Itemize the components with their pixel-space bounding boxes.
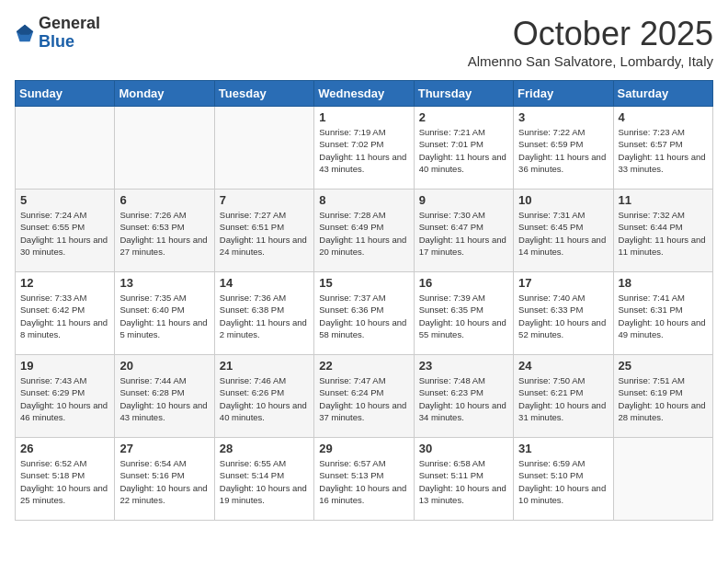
day-header-friday: Friday [514,81,613,107]
day-number: 7 [220,193,309,207]
svg-marker-1 [17,25,33,35]
day-number: 21 [220,359,309,373]
day-number: 25 [619,359,708,373]
day-info: Sunrise: 7:46 AMSunset: 6:26 PMDaylight:… [220,374,309,423]
calendar-cell [613,438,712,521]
day-info: Sunrise: 7:44 AMSunset: 6:28 PMDaylight:… [119,374,209,423]
calendar-cell: 17Sunrise: 7:40 AMSunset: 6:33 PMDayligh… [514,272,613,355]
day-header-tuesday: Tuesday [214,81,313,107]
day-info: Sunrise: 7:48 AMSunset: 6:23 PMDaylight:… [419,374,508,423]
day-header-thursday: Thursday [414,81,513,107]
calendar-week-row: 12Sunrise: 7:33 AMSunset: 6:42 PMDayligh… [16,272,713,355]
day-number: 13 [119,276,209,290]
day-info: Sunrise: 7:22 AMSunset: 6:59 PMDaylight:… [518,126,608,175]
day-number: 22 [319,359,408,373]
day-number: 8 [319,193,408,207]
calendar-cell: 2Sunrise: 7:21 AMSunset: 7:01 PMDaylight… [414,107,513,190]
day-info: Sunrise: 6:58 AMSunset: 5:11 PMDaylight:… [419,457,508,506]
day-info: Sunrise: 6:55 AMSunset: 5:14 PMDaylight:… [220,457,309,506]
day-header-saturday: Saturday [613,81,712,107]
calendar-cell: 6Sunrise: 7:26 AMSunset: 6:53 PMDaylight… [115,190,214,272]
calendar-cell: 21Sunrise: 7:46 AMSunset: 6:26 PMDayligh… [214,355,313,438]
day-number: 30 [419,442,508,455]
day-info: Sunrise: 7:39 AMSunset: 6:35 PMDaylight:… [419,292,508,340]
calendar-cell: 18Sunrise: 7:41 AMSunset: 6:31 PMDayligh… [613,272,712,355]
calendar-cell: 5Sunrise: 7:24 AMSunset: 6:55 PMDaylight… [16,190,115,272]
location-subtitle: Almenno San Salvatore, Lombardy, Italy [468,53,713,69]
month-title: October 2025 [468,15,713,53]
day-info: Sunrise: 7:37 AMSunset: 6:36 PMDaylight:… [319,292,408,340]
day-info: Sunrise: 7:19 AMSunset: 7:02 PMDaylight:… [319,126,408,175]
day-info: Sunrise: 7:27 AMSunset: 6:51 PMDaylight:… [220,209,309,258]
calendar-cell [214,107,313,190]
calendar-cell: 13Sunrise: 7:35 AMSunset: 6:40 PMDayligh… [115,272,214,355]
calendar-cell: 4Sunrise: 7:23 AMSunset: 6:57 PMDaylight… [613,107,712,190]
day-header-monday: Monday [115,81,214,107]
day-number: 14 [220,276,309,290]
calendar-cell: 31Sunrise: 6:59 AMSunset: 5:10 PMDayligh… [514,438,613,521]
calendar-cell: 19Sunrise: 7:43 AMSunset: 6:29 PMDayligh… [16,355,115,438]
day-info: Sunrise: 6:52 AMSunset: 5:18 PMDaylight:… [20,457,109,506]
day-number: 27 [119,442,209,455]
day-number: 20 [119,359,209,373]
day-number: 2 [419,110,508,124]
day-info: Sunrise: 7:21 AMSunset: 7:01 PMDaylight:… [419,126,508,175]
calendar-cell: 30Sunrise: 6:58 AMSunset: 5:11 PMDayligh… [414,438,513,521]
calendar-cell: 9Sunrise: 7:30 AMSunset: 6:47 PMDaylight… [414,190,513,272]
day-info: Sunrise: 7:26 AMSunset: 6:53 PMDaylight:… [119,209,209,258]
logo-blue: Blue [39,33,100,52]
day-info: Sunrise: 6:54 AMSunset: 5:16 PMDaylight:… [119,457,209,506]
calendar-cell: 27Sunrise: 6:54 AMSunset: 5:16 PMDayligh… [115,438,214,521]
logo: General Blue [15,15,100,52]
day-info: Sunrise: 7:33 AMSunset: 6:42 PMDaylight:… [20,292,109,340]
calendar-week-row: 1Sunrise: 7:19 AMSunset: 7:02 PMDaylight… [16,107,713,190]
calendar-cell: 16Sunrise: 7:39 AMSunset: 6:35 PMDayligh… [414,272,513,355]
day-info: Sunrise: 7:32 AMSunset: 6:44 PMDaylight:… [619,209,708,258]
day-info: Sunrise: 7:47 AMSunset: 6:24 PMDaylight:… [319,374,408,423]
calendar-cell: 1Sunrise: 7:19 AMSunset: 7:02 PMDaylight… [314,107,414,190]
day-header-sunday: Sunday [16,81,115,107]
day-info: Sunrise: 7:51 AMSunset: 6:19 PMDaylight:… [619,374,708,423]
calendar-cell: 7Sunrise: 7:27 AMSunset: 6:51 PMDaylight… [214,190,313,272]
day-number: 23 [419,359,508,373]
calendar-week-row: 19Sunrise: 7:43 AMSunset: 6:29 PMDayligh… [16,355,713,438]
day-number: 16 [419,276,508,290]
day-number: 3 [518,110,608,124]
calendar-week-row: 5Sunrise: 7:24 AMSunset: 6:55 PMDaylight… [16,190,713,272]
day-info: Sunrise: 7:28 AMSunset: 6:49 PMDaylight:… [319,209,408,258]
day-info: Sunrise: 7:43 AMSunset: 6:29 PMDaylight:… [20,374,109,423]
day-number: 15 [319,276,408,290]
day-info: Sunrise: 7:40 AMSunset: 6:33 PMDaylight:… [518,292,608,340]
day-number: 29 [319,442,408,455]
day-number: 24 [518,359,608,373]
calendar-cell [115,107,214,190]
day-info: Sunrise: 7:50 AMSunset: 6:21 PMDaylight:… [518,374,608,423]
calendar-cell: 28Sunrise: 6:55 AMSunset: 5:14 PMDayligh… [214,438,313,521]
day-info: Sunrise: 7:23 AMSunset: 6:57 PMDaylight:… [619,126,708,175]
day-number: 1 [319,110,408,124]
day-header-wednesday: Wednesday [314,81,414,107]
title-section: October 2025 Almenno San Salvatore, Lomb… [468,15,713,69]
day-info: Sunrise: 7:31 AMSunset: 6:45 PMDaylight:… [518,209,608,258]
day-info: Sunrise: 7:41 AMSunset: 6:31 PMDaylight:… [619,292,708,340]
day-info: Sunrise: 7:30 AMSunset: 6:47 PMDaylight:… [419,209,508,258]
page-header: General Blue October 2025 Almenno San Sa… [15,15,713,69]
day-number: 5 [20,193,109,207]
calendar-cell: 24Sunrise: 7:50 AMSunset: 6:21 PMDayligh… [514,355,613,438]
calendar-cell: 26Sunrise: 6:52 AMSunset: 5:18 PMDayligh… [16,438,115,521]
day-info: Sunrise: 7:36 AMSunset: 6:38 PMDaylight:… [220,292,309,340]
day-number: 17 [518,276,608,290]
calendar-cell: 14Sunrise: 7:36 AMSunset: 6:38 PMDayligh… [214,272,313,355]
day-number: 11 [619,193,708,207]
day-number: 6 [119,193,209,207]
calendar-cell: 29Sunrise: 6:57 AMSunset: 5:13 PMDayligh… [314,438,414,521]
calendar-cell: 20Sunrise: 7:44 AMSunset: 6:28 PMDayligh… [115,355,214,438]
calendar-cell [16,107,115,190]
day-info: Sunrise: 6:59 AMSunset: 5:10 PMDaylight:… [518,457,608,506]
calendar-cell: 8Sunrise: 7:28 AMSunset: 6:49 PMDaylight… [314,190,414,272]
day-info: Sunrise: 7:24 AMSunset: 6:55 PMDaylight:… [20,209,109,258]
calendar-cell: 10Sunrise: 7:31 AMSunset: 6:45 PMDayligh… [514,190,613,272]
calendar-cell: 12Sunrise: 7:33 AMSunset: 6:42 PMDayligh… [16,272,115,355]
calendar-cell: 3Sunrise: 7:22 AMSunset: 6:59 PMDaylight… [514,107,613,190]
logo-icon [15,23,35,43]
